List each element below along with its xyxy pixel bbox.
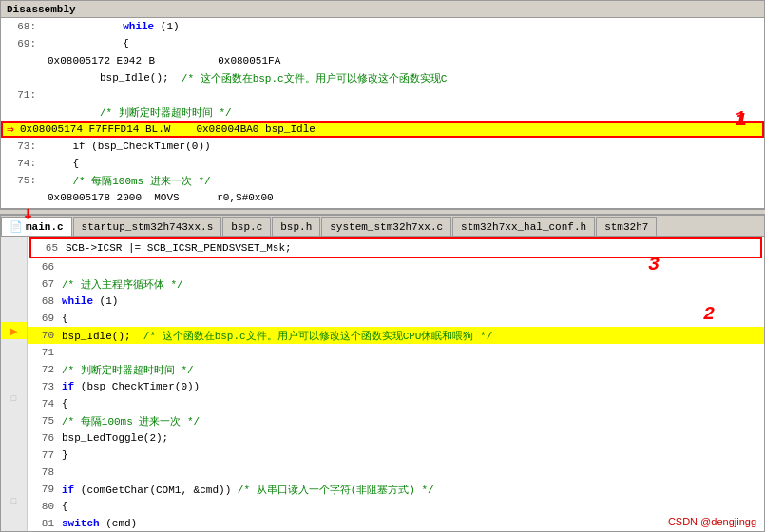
source-code-area[interactable]: 65 SCB->ICSR |= SCB_ICSR_PENDSVSET_Msk; …: [28, 237, 764, 531]
gutter-66: [1, 254, 27, 271]
tab-bsp-h[interactable]: bsp.h: [272, 217, 320, 236]
editor-panel: 📄 main.c startup_stm32h743xx.s bsp.c bsp…: [0, 215, 765, 532]
src-line-73: 73 if (bsp_CheckTimer(0)): [28, 378, 764, 395]
tab-startup[interactable]: startup_stm32h743xx.s: [73, 217, 222, 236]
main-container: Disassembly 68: while (1) 69: {: [0, 0, 765, 532]
gutter-67: [1, 271, 27, 288]
gutter-80: □: [1, 493, 27, 510]
src-line-77: 77 }: [28, 446, 764, 464]
src-line-75: 75 /* 每隔100ms 进来一次 */: [28, 412, 764, 429]
annotation-3-label: 3: [648, 254, 660, 276]
src-line-69: 69 {: [28, 310, 764, 327]
gutter-81: [1, 510, 27, 527]
dis-line-69: 69: {: [1, 35, 764, 52]
dis-line-75: 75: /* 每隔100ms 进来一次 */: [1, 172, 764, 189]
gutter-72: [1, 356, 27, 373]
src-line-71: 71: [28, 344, 764, 361]
gutter-77: [1, 442, 27, 459]
gutter-68: [1, 288, 27, 305]
watermark: CSDN @dengjingg: [668, 516, 756, 527]
gutter-78: [1, 459, 27, 476]
src-line-78: 78: [28, 464, 764, 481]
gutter-76: [1, 425, 27, 442]
tab-bsp-c[interactable]: bsp.c: [222, 217, 271, 236]
dis-line-highlighted: ⇒ 0x08005174 F7FFFD14 BL.W 0x08004BA0 bs…: [1, 121, 764, 138]
gutter-69: [1, 305, 27, 322]
src-line-68: 68 while (1): [28, 293, 764, 310]
tab-bar: 📄 main.c startup_stm32h743xx.s bsp.c bsp…: [1, 216, 764, 237]
dis-instr-b: 0x08005172 E042 B 0x080051FA: [1, 52, 764, 69]
tab-stm32h7[interactable]: stm32h7: [596, 217, 657, 236]
disassembly-title: Disassembly: [1, 1, 764, 18]
dis-line-73: 73: if (bsp_CheckTimer(0)): [1, 138, 764, 155]
gutter-65: [1, 237, 27, 254]
tab-system[interactable]: system_stm32h7xx.c: [321, 217, 451, 236]
gutter-73: [1, 373, 27, 390]
file-icon-c: 📄: [10, 220, 23, 233]
disassembly-panel: Disassembly 68: while (1) 69: {: [0, 0, 765, 209]
src-line-74: 74 {: [28, 395, 764, 412]
gutter-79: [1, 476, 27, 493]
annotation-1-label: 1: [736, 109, 747, 131]
disassembly-content: 68: while (1) 69: { 0x08005172 E042 B 0x: [1, 18, 764, 208]
tab-main-c[interactable]: 📄 main.c: [1, 217, 72, 236]
gutter-70: ▶: [1, 322, 27, 339]
current-line-arrow: ▶: [10, 323, 17, 339]
gutter-75: [1, 408, 27, 425]
dis-line-71: 71:: [1, 86, 764, 104]
editor-content: ▶ □ □: [1, 237, 764, 531]
dis-bsp-idle: bsp_Idle(); /* 这个函数在bsp.c文件。用户可以修改这个函数实现…: [1, 69, 764, 86]
src-line-81: 81 switch (cmd): [28, 515, 764, 531]
dis-line-74: 74: {: [1, 155, 764, 172]
gutter-74: □: [1, 390, 27, 408]
src-line-72: 72 /* 判断定时器超时时间 */: [28, 361, 764, 378]
dis-comment-timer: /* 判断定时器超时时间 */: [1, 104, 764, 121]
src-line-79: 79 if (comGetChar(COM1, &cmd)) /* 从串口读入一…: [28, 481, 764, 498]
editor-gutter: ▶ □ □: [1, 237, 28, 531]
dis-bl-checktimer: 0x0800517A F7FFFC91 BL.W 0x08004AA0 bsp_…: [1, 206, 764, 208]
dis-line-68: 68: while (1): [1, 18, 764, 35]
src-line-67: 67 /* 进入主程序循环体 */: [28, 276, 764, 293]
src-line-70: 70 bsp_Idle(); /* 这个函数在bsp.c文件。用户可以修改这个函…: [28, 327, 764, 344]
gutter-71: [1, 339, 27, 356]
disassembly-code-area: 68: while (1) 69: { 0x08005172 E042 B 0x: [1, 18, 764, 208]
src-line-80: 80 {: [28, 498, 764, 515]
src-line-76: 76 bsp_LedToggle(2);: [28, 429, 764, 446]
annotation-2-label: 2: [703, 303, 715, 325]
dis-movs: 0x08005178 2000 MOVS r0,$#0x00: [1, 189, 764, 206]
tab-hal-conf[interactable]: stm32h7xx_hal_conf.h: [452, 217, 595, 236]
divider: ↙: [0, 209, 765, 215]
